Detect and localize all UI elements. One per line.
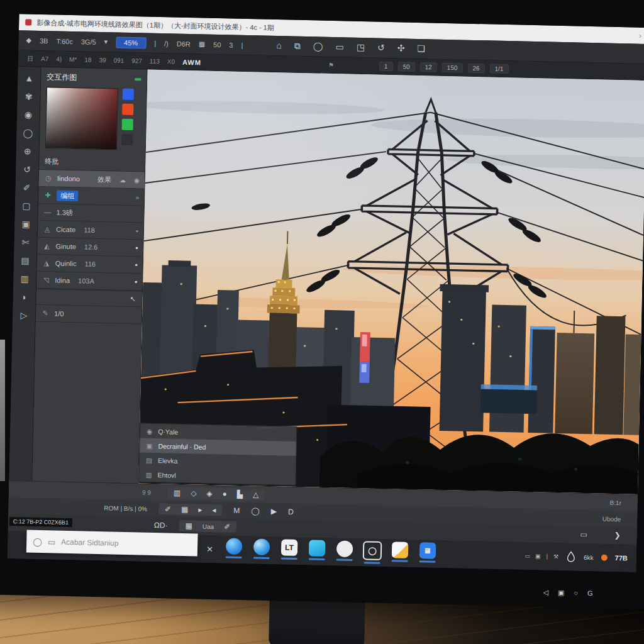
- lt-app-icon[interactable]: LT: [280, 539, 299, 560]
- droplet-tool-icon[interactable]: ◗: [21, 292, 27, 302]
- lock-icon[interactable]: ◉: [134, 177, 140, 184]
- blob-icon[interactable]: ●: [223, 489, 228, 498]
- notification-dot[interactable]: [601, 555, 608, 561]
- osd-source-icon[interactable]: G: [587, 589, 594, 597]
- omega-icon[interactable]: ΩD·: [154, 521, 168, 530]
- canvas-image[interactable]: ◉ Q·Yale ▣ Decrainful · Ded ▤ Elevka ▥: [138, 70, 644, 494]
- cyan-files-icon[interactable]: [308, 540, 327, 560]
- menu-item[interactable]: A7: [41, 55, 48, 62]
- history-icon[interactable]: ↺: [377, 43, 385, 53]
- frame-tool-icon[interactable]: ▣: [21, 219, 30, 229]
- target-tool-icon[interactable]: ⊕: [24, 146, 31, 156]
- mini-button[interactable]: 50: [397, 62, 414, 72]
- swatch-blue[interactable]: [123, 89, 134, 100]
- menu-item[interactable]: 113: [150, 58, 160, 65]
- pin-icon[interactable]: ↖: [130, 295, 136, 303]
- swatch-orange[interactable]: [122, 104, 133, 115]
- ellipse-tool-icon[interactable]: ◯: [23, 128, 33, 138]
- canvas-icon[interactable]: ◳: [357, 42, 365, 53]
- osd-power-icon[interactable]: ○: [574, 589, 579, 597]
- photos-app-icon[interactable]: [391, 541, 410, 562]
- menu-item[interactable]: 18: [84, 56, 91, 63]
- toolbar-item[interactable]: D6R: [177, 40, 191, 47]
- menu-item[interactable]: X0: [167, 58, 175, 65]
- layer-row[interactable]: ◬ Cicate 118 ◦: [38, 221, 144, 240]
- droplet-icon[interactable]: [566, 550, 576, 563]
- close-icon[interactable]: ✕: [206, 544, 213, 553]
- mask-icon[interactable]: ◯: [313, 41, 323, 52]
- cloud-app-icon[interactable]: [335, 540, 355, 561]
- color-picker-field[interactable]: [45, 87, 118, 150]
- stamp-tool-icon[interactable]: ▤: [21, 255, 30, 265]
- shape-icon[interactable]: ◯: [251, 506, 260, 515]
- node-tool-icon[interactable]: ✐: [23, 182, 30, 192]
- mini-button[interactable]: 150: [442, 63, 463, 73]
- rect-tool-icon[interactable]: ▢: [22, 201, 31, 211]
- marker-icon[interactable]: M: [233, 506, 240, 515]
- layer-row-selected[interactable]: ✚ 编组 »: [38, 187, 145, 206]
- grid-toggle-icon[interactable]: ▦: [199, 40, 206, 48]
- dropdown-arrow-icon[interactable]: ▾: [104, 38, 108, 46]
- search-input[interactable]: ◯ ▭ Acabar Sidtaniup: [26, 530, 198, 557]
- window-icon[interactable]: ▭: [580, 530, 587, 539]
- expand-icon[interactable]: »: [136, 194, 140, 201]
- layer-row[interactable]: ◭ Ginute 12.6 •: [37, 238, 143, 257]
- flower-tool-icon[interactable]: ✾: [25, 91, 33, 101]
- visibility-dot[interactable]: •: [135, 277, 138, 286]
- toolbar-item[interactable]: /): [164, 40, 169, 47]
- prev-icon[interactable]: ◂: [212, 506, 216, 514]
- next-icon[interactable]: ▸: [198, 506, 202, 514]
- diamond-fill-icon[interactable]: ◈: [206, 489, 213, 498]
- toolbar-item[interactable]: T:60c: [56, 37, 73, 45]
- stats-icon[interactable]: ▥: [174, 489, 181, 497]
- play-tool-icon[interactable]: ▷: [21, 310, 28, 320]
- menu-item[interactable]: M*: [69, 56, 77, 63]
- swatch-empty[interactable]: [121, 134, 133, 145]
- menu-item[interactable]: 091: [113, 57, 124, 64]
- cloud-icon[interactable]: ☁: [119, 176, 126, 183]
- menu-item-active[interactable]: AWM: [182, 58, 201, 66]
- layer-row[interactable]: ◮ Quinlic 116 •: [37, 255, 143, 274]
- visibility-dot[interactable]: ◦: [136, 226, 139, 235]
- brush-row[interactable]: ✎ 1/0: [36, 305, 142, 325]
- menu-item[interactable]: 日: [27, 54, 33, 63]
- toolbar-item[interactable]: 3: [229, 41, 233, 48]
- panel-mini-icon[interactable]: ▣: [535, 553, 541, 559]
- mini-button[interactable]: 26: [467, 64, 484, 74]
- diamond-icon[interactable]: ◇: [191, 489, 197, 497]
- chevron-right-icon[interactable]: ›: [639, 31, 641, 40]
- flag-icon[interactable]: ⚑: [328, 62, 334, 69]
- pipe-mini-icon[interactable]: ∣: [545, 553, 548, 560]
- grid2-icon[interactable]: ▦: [185, 521, 192, 530]
- crop-icon[interactable]: ⧉: [294, 41, 301, 52]
- menu-item[interactable]: 4): [56, 55, 62, 62]
- menu-item[interactable]: 927: [131, 57, 142, 64]
- play-icon[interactable]: ▶: [271, 507, 277, 516]
- building-icon[interactable]: ▙: [237, 490, 243, 499]
- menu-item[interactable]: ▥ Ehtovl: [139, 467, 295, 484]
- scissors-tool-icon[interactable]: ✄: [22, 237, 30, 247]
- triangle-icon[interactable]: △: [253, 490, 259, 499]
- quark-browser-icon[interactable]: [225, 538, 244, 558]
- layer-dropdown[interactable]: ◷ Iindono 效果 ☁ ◉: [39, 170, 145, 189]
- osd-back-icon[interactable]: ◁: [543, 589, 549, 597]
- toolbar-item[interactable]: 50: [213, 40, 221, 48]
- smudge-tool-icon[interactable]: ◉: [25, 109, 33, 119]
- screenshot-app-icon[interactable]: ◯: [362, 541, 382, 564]
- menu-item[interactable]: 39: [99, 57, 106, 64]
- duplicate-icon[interactable]: ❏: [417, 43, 425, 54]
- adjust-icon[interactable]: ✣: [397, 43, 405, 53]
- layer-row[interactable]: — 1.3磅: [38, 204, 144, 223]
- osd-menu-icon[interactable]: ▣: [558, 589, 565, 597]
- chevron-icon[interactable]: ❯: [614, 531, 620, 540]
- mini-button[interactable]: 1/1: [489, 64, 508, 74]
- shape-tool-icon[interactable]: ▲: [25, 73, 33, 83]
- toolbar-item[interactable]: 3B: [40, 36, 48, 44]
- layer-row[interactable]: ◹ Idina 103A •: [36, 272, 143, 291]
- sphere-browser-icon[interactable]: [252, 538, 272, 559]
- visibility-dot[interactable]: •: [135, 260, 138, 269]
- grid-icon[interactable]: ▦: [181, 505, 189, 514]
- swatch-green[interactable]: [122, 119, 133, 130]
- rotate-tool-icon[interactable]: ↺: [23, 164, 31, 174]
- pencil-icon[interactable]: ✐: [224, 522, 230, 531]
